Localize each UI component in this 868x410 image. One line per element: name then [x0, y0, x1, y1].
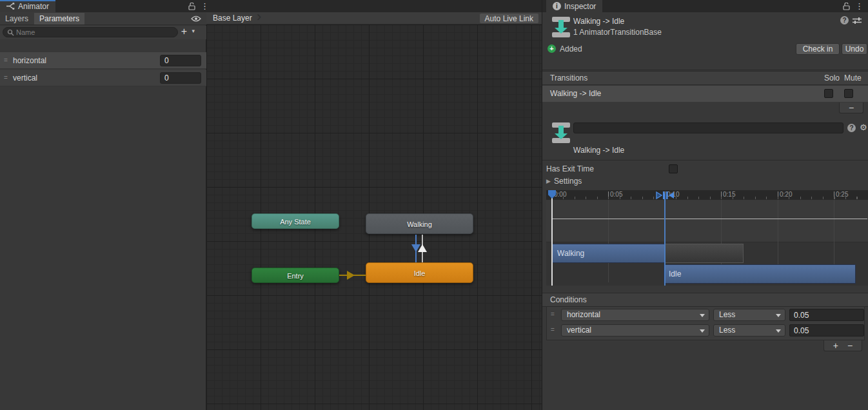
search-icon: [7, 29, 14, 36]
presets-icon[interactable]: [853, 17, 862, 24]
has-exit-time-label: Has Exit Time: [546, 164, 594, 173]
source-clip-bar[interactable]: Walking: [552, 244, 665, 263]
breadcrumb-layer[interactable]: Base Layer: [213, 14, 252, 23]
eye-icon[interactable]: [191, 15, 201, 22]
vcs-status: Added: [560, 44, 582, 54]
inspector-tabstrip: i Inspector ⋮: [542, 0, 868, 12]
add-parameter-caret-icon[interactable]: ▾: [192, 28, 195, 34]
inspector-title: Walking -> Idle: [573, 17, 624, 26]
layers-parameters-toolbar: Layers Parameters: [0, 12, 206, 25]
animator-icon: [6, 3, 15, 10]
add-condition-button[interactable]: +: [833, 340, 838, 351]
breadcrumb-chevron-icon: ›: [257, 8, 261, 25]
transition-arrowhead-up-icon: [418, 244, 427, 252]
mute-column-label: Mute: [844, 72, 862, 85]
solo-checkbox[interactable]: [824, 89, 833, 98]
drag-handle-icon[interactable]: =: [4, 74, 13, 81]
transition-list-row[interactable]: Walking -> Idle: [542, 86, 868, 102]
animator-tabstrip: Animator ⋮: [0, 0, 542, 12]
chevron-down-icon: [776, 329, 781, 333]
help-icon[interactable]: ?: [847, 124, 856, 132]
destination-clip-bar[interactable]: Idle: [664, 264, 856, 284]
inspector-menu-icon[interactable]: ⋮: [855, 0, 863, 12]
condition-row: = horizontal Less: [547, 308, 865, 322]
condition-mode-dropdown[interactable]: Less: [713, 309, 785, 321]
playhead-line[interactable]: [551, 193, 553, 286]
has-exit-time-checkbox[interactable]: [669, 164, 678, 173]
add-parameter-button[interactable]: +: [181, 26, 187, 37]
animator-tab-label: Animator: [18, 2, 49, 11]
transitions-section-header: Transitions Solo Mute: [542, 71, 868, 85]
transition-arrowhead-right-icon: [347, 271, 355, 280]
parameter-search-field[interactable]: [3, 27, 178, 37]
transition-start-end-markers-icon[interactable]: [656, 191, 675, 199]
remove-condition-button[interactable]: −: [847, 340, 853, 351]
unity-editor: Animator ⋮ Layers Parameters: [0, 0, 868, 410]
condition-parameter-value: horizontal: [567, 310, 600, 319]
animator-side-panel: Layers Parameters + ▾ = horizontal: [0, 12, 206, 410]
tab-inspector[interactable]: i Inspector: [546, 0, 602, 12]
condition-threshold-field[interactable]: [789, 324, 864, 337]
gear-icon[interactable]: ⚙: [860, 122, 867, 132]
condition-parameter-value: vertical: [567, 326, 591, 335]
added-status-icon: +: [547, 44, 556, 53]
animator-transition-icon: [550, 122, 572, 144]
transition-curve-area[interactable]: [546, 200, 868, 242]
transitions-title: Transitions: [550, 72, 587, 85]
parameter-value-field[interactable]: [160, 55, 201, 66]
parameter-value-field[interactable]: [160, 72, 201, 84]
parameter-row-horizontal[interactable]: = horizontal: [0, 52, 206, 69]
state-node-idle[interactable]: Idle: [366, 262, 473, 283]
info-icon: i: [553, 2, 561, 10]
state-node-entry[interactable]: Entry: [252, 268, 339, 283]
tab-parameters[interactable]: Parameters: [34, 13, 84, 24]
transition-time-line[interactable]: [664, 193, 666, 286]
lock-icon[interactable]: [843, 3, 850, 10]
settings-foldout-label[interactable]: Settings: [554, 177, 582, 186]
drag-handle-icon[interactable]: =: [4, 57, 13, 64]
transition-timeline[interactable]: 0:00 0:05 0:10 0:15 0:20 0:25 Walking Id…: [546, 190, 868, 286]
search-input[interactable]: [16, 28, 173, 36]
header-menu-icon[interactable]: ⋮: [865, 16, 868, 28]
remove-transition-button[interactable]: −: [839, 102, 863, 113]
tab-layers[interactable]: Layers: [0, 13, 34, 24]
animator-transition-icon: [550, 16, 572, 38]
blend-curve-line: [552, 219, 867, 219]
transition-name-field[interactable]: [573, 122, 843, 133]
help-icon[interactable]: ?: [840, 16, 849, 24]
chevron-down-icon: [700, 314, 705, 317]
condition-parameter-dropdown[interactable]: horizontal: [561, 309, 709, 321]
animator-menu-icon[interactable]: ⋮: [201, 0, 209, 12]
source-clip-tail-bar[interactable]: [665, 244, 744, 263]
transition-detail-label: Walking -> Idle: [573, 146, 624, 155]
drag-handle-icon[interactable]: =: [551, 326, 554, 333]
chevron-down-icon: [776, 314, 781, 317]
condition-mode-dropdown[interactable]: Less: [713, 324, 785, 337]
inspector-subtitle: 1 AnimatorTransitionBase: [573, 28, 662, 37]
condition-mode-value: Less: [719, 326, 735, 335]
breadcrumb: Base Layer › Auto Live Link: [206, 12, 542, 24]
animator-graph-canvas[interactable]: Any State Walking Entry Idle: [206, 24, 542, 410]
parameters-search-row: + ▾: [0, 26, 206, 39]
undo-button[interactable]: Undo: [842, 43, 867, 55]
check-in-button[interactable]: Check in: [796, 43, 840, 55]
lock-icon[interactable]: [188, 3, 195, 10]
condition-parameter-dropdown[interactable]: vertical: [561, 324, 709, 337]
auto-live-link-button[interactable]: Auto Live Link: [479, 13, 539, 24]
transition-row-label: Walking -> Idle: [550, 89, 601, 98]
conditions-section-header: Conditions: [542, 293, 868, 307]
drag-handle-icon[interactable]: =: [551, 311, 554, 318]
timeline-ruler[interactable]: 0:00 0:05 0:10 0:15 0:20 0:25: [546, 190, 868, 200]
conditions-list: = horizontal Less = vertical Less: [546, 307, 865, 340]
state-node-any-state[interactable]: Any State: [252, 213, 339, 229]
conditions-title: Conditions: [550, 293, 587, 307]
state-node-walking[interactable]: Walking: [366, 213, 473, 234]
mute-checkbox[interactable]: [844, 89, 853, 98]
settings-foldout-icon[interactable]: ▶: [546, 178, 551, 184]
source-clip-row: Walking: [546, 244, 868, 263]
condition-threshold-field[interactable]: [789, 309, 864, 321]
parameter-row-vertical[interactable]: = vertical: [0, 70, 206, 86]
inspector-panel: i Inspector ⋮ Walking -> Idle 1 Animator…: [542, 0, 868, 410]
chevron-down-icon: [700, 329, 705, 333]
tab-animator[interactable]: Animator: [0, 0, 55, 12]
